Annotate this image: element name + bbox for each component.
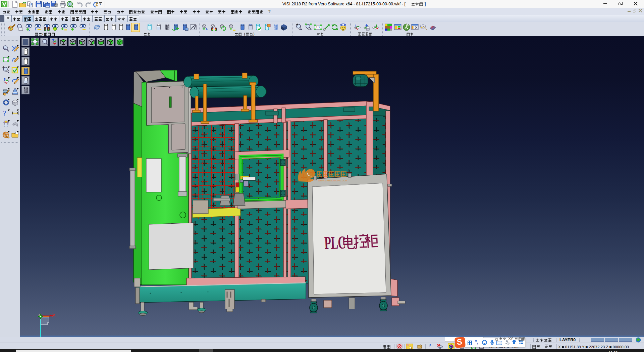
svg-text:PLC: PLC [324,232,346,253]
svg-text:(: ( [244,32,246,36]
svg-text:WWW.ZHIZAOZILIAO.COM: WWW.ZHIZAOZILIAO.COM [318,179,347,182]
svg-text:): ) [253,32,255,36]
svg-text:Y: Y [511,337,513,341]
svg-text:1:1: 1:1 [316,26,320,29]
svg-text:/: / [42,32,44,36]
svg-text:?: ? [268,9,271,14]
svg-text:?: ? [3,109,6,117]
svg-text::: : [540,344,541,349]
